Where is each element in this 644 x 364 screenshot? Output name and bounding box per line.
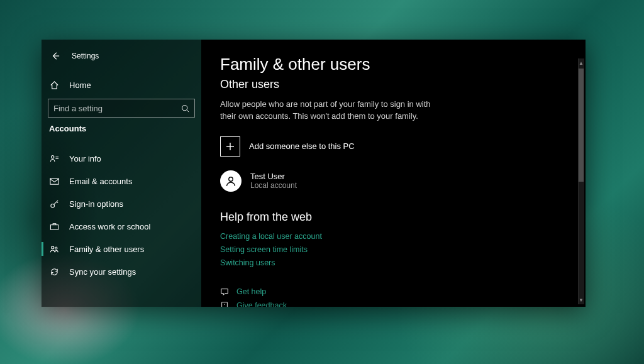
titlebar-left: Settings (42, 45, 201, 67)
settings-window: Settings Home Accounts Your info (42, 40, 586, 307)
user-info-icon (49, 154, 59, 163)
category-header: Accounts (42, 124, 201, 141)
sidebar-item-your-info[interactable]: Your info (42, 147, 201, 170)
get-help-button[interactable]: Get help (220, 285, 567, 299)
add-user-label: Add someone else to this PC (249, 141, 355, 151)
svg-point-16 (55, 246, 57, 248)
plus-icon (220, 136, 240, 157)
svg-line-6 (187, 109, 189, 111)
get-help-label: Get help (236, 287, 266, 296)
scrollbar-thumb[interactable] (579, 69, 584, 182)
scroll-down-button[interactable]: ▼ (578, 295, 584, 304)
home-label: Home (69, 80, 91, 90)
app-title: Settings (72, 52, 99, 60)
search-icon (181, 104, 189, 113)
help-title: Help from the web (220, 211, 567, 224)
help-link-screen-time[interactable]: Setting screen time limits (220, 243, 567, 256)
scroll-up-button[interactable]: ▲ (578, 58, 584, 67)
help-links: Creating a local user account Setting sc… (220, 230, 567, 270)
give-feedback-label: Give feedback (236, 301, 287, 307)
sidebar-item-access-work-school[interactable]: Access work or school (42, 215, 201, 238)
sidebar: Settings Home Accounts Your info (42, 40, 201, 307)
nav-label: Family & other users (69, 245, 144, 254)
section-title: Other users (220, 78, 567, 91)
feedback-icon (220, 301, 229, 307)
sidebar-item-sign-in-options[interactable]: Sign-in options (42, 192, 201, 215)
give-feedback-button[interactable]: Give feedback (220, 299, 567, 307)
footer-actions: Get help Give feedback (220, 285, 567, 307)
content-pane: Family & other users Other users Allow p… (201, 40, 586, 307)
briefcase-icon (49, 222, 59, 231)
nav-label: Sign-in options (69, 199, 123, 209)
user-type: Local account (250, 181, 297, 190)
back-button[interactable] (49, 52, 62, 60)
help-link-switch-users[interactable]: Switching users (220, 256, 567, 270)
nav-label: Email & accounts (69, 177, 132, 186)
mail-icon (49, 177, 59, 186)
nav-label: Your info (69, 154, 101, 163)
page-title: Family & other users (220, 55, 567, 74)
nav-list: Your info Email & accounts Sign-in optio… (42, 147, 201, 283)
sidebar-item-email-accounts[interactable]: Email & accounts (42, 170, 201, 192)
svg-point-19 (229, 177, 233, 180)
vertical-scrollbar[interactable]: ▲ ▼ (578, 58, 584, 304)
help-link-create-local-user[interactable]: Creating a local user account (220, 230, 567, 243)
svg-point-20 (224, 304, 225, 305)
svg-point-7 (51, 155, 53, 158)
svg-point-5 (182, 105, 187, 110)
people-icon (49, 245, 59, 254)
user-meta: Test User Local account (250, 172, 297, 190)
user-name: Test User (250, 172, 297, 181)
svg-line-13 (57, 201, 58, 202)
search-container (42, 96, 201, 124)
home-icon (49, 80, 59, 90)
nav-label: Access work or school (69, 222, 150, 231)
svg-rect-14 (50, 224, 58, 229)
svg-point-15 (51, 246, 53, 248)
avatar-icon (220, 170, 242, 192)
sidebar-item-family-other-users[interactable]: Family & other users (42, 238, 201, 260)
user-entry[interactable]: Test User Local account (220, 170, 567, 192)
add-user-button[interactable]: Add someone else to this PC (220, 136, 567, 157)
section-description: Allow people who are not part of your fa… (220, 99, 447, 123)
nav-label: Sync your settings (69, 267, 136, 277)
search-input[interactable] (53, 104, 181, 113)
sync-icon (49, 267, 59, 277)
svg-rect-10 (50, 178, 58, 184)
key-icon (49, 199, 59, 209)
search-box[interactable] (48, 99, 195, 118)
chat-icon (220, 287, 229, 296)
sidebar-item-sync-settings[interactable]: Sync your settings (42, 260, 201, 283)
home-button[interactable]: Home (42, 74, 201, 96)
